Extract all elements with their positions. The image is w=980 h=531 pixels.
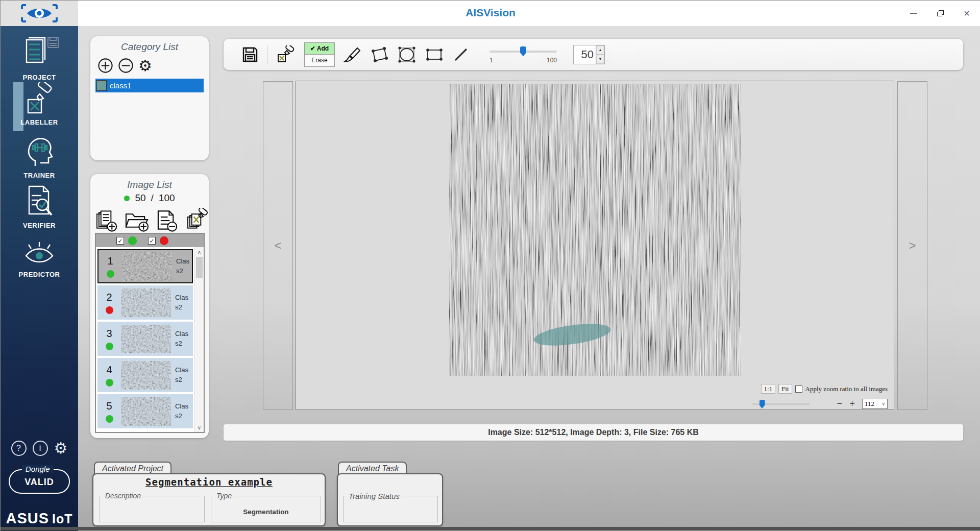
- rectangle-tool-button[interactable]: [425, 46, 444, 63]
- erase-mode-button[interactable]: Erase: [305, 55, 334, 66]
- sidebar-item-trainer[interactable]: TRAINER: [1, 132, 78, 179]
- polygon-tool-button[interactable]: [370, 46, 389, 63]
- image-index: 5: [106, 400, 112, 412]
- green-status-icon: [128, 236, 137, 245]
- slider-thumb[interactable]: [520, 46, 526, 57]
- spin-down-button[interactable]: ▼: [596, 55, 604, 64]
- image-list-item[interactable]: 1 Class2: [97, 249, 193, 283]
- training-status-field: Training Status: [343, 492, 438, 522]
- line-tool-button[interactable]: [452, 46, 470, 63]
- image-list-filter-header: ✓ ✓: [96, 234, 204, 247]
- image-list-body: 1 Class2 2 Class2: [96, 247, 194, 432]
- slider-min-label: 1: [489, 57, 493, 64]
- image-canvas[interactable]: 1:1 Fit Apply zoom ratio to all images −…: [296, 81, 894, 410]
- sidebar-item-project[interactable]: PROJECT: [1, 36, 78, 81]
- category-color-swatch: [96, 80, 107, 91]
- unlabeled-filter-checkbox[interactable]: ✓: [148, 237, 156, 245]
- category-row-class1[interactable]: class1: [95, 79, 204, 92]
- activated-task-panel: Training Status: [337, 473, 443, 526]
- image-class-label: Class2: [175, 366, 190, 385]
- activated-task-tab: Activated Task: [338, 462, 407, 474]
- brush-size-value[interactable]: 50: [574, 45, 596, 64]
- image-thumbnail: [121, 361, 171, 390]
- ellipse-tool-button[interactable]: [397, 46, 416, 63]
- sidebar-item-predictor[interactable]: PREDICTOR: [1, 236, 78, 278]
- sidebar-item-label: VERIFIER: [1, 222, 78, 229]
- zoom-fit-button[interactable]: Fit: [778, 384, 792, 394]
- zoom-1to1-button[interactable]: 1:1: [761, 384, 776, 394]
- apply-zoom-all-checkbox[interactable]: [795, 385, 802, 393]
- chevron-down-icon: ∨: [198, 425, 201, 430]
- label-eraser-icon: [276, 45, 296, 64]
- remove-image-button[interactable]: [156, 210, 179, 232]
- sidebar-item-label: PROJECT: [1, 74, 78, 81]
- save-button[interactable]: [241, 46, 259, 63]
- scrollbar-thumb[interactable]: [196, 257, 203, 278]
- image-list-scrollbar[interactable]: ∧ ∨: [194, 247, 204, 432]
- minimize-button[interactable]: [907, 8, 920, 19]
- info-button[interactable]: i: [33, 441, 48, 456]
- zoom-slider-thumb[interactable]: [760, 400, 765, 408]
- image-thumbnail: [122, 252, 172, 281]
- category-list-title: Category List: [90, 36, 209, 53]
- category-list-panel: Category List ⚙ class1: [90, 36, 209, 160]
- image-index: 1: [107, 255, 113, 267]
- clear-annotations-button[interactable]: [185, 208, 209, 232]
- sidebar-utilities: ? i ⚙: [1, 441, 78, 456]
- activated-project-tab-label: Activated Project: [102, 464, 163, 473]
- restore-button[interactable]: [934, 8, 947, 19]
- brush-size-slider: 1 100: [489, 44, 557, 65]
- description-label: Description: [103, 492, 143, 500]
- chevron-up-icon: ∧: [198, 249, 201, 255]
- image-count: 50 / 100: [90, 192, 209, 204]
- spin-up-button[interactable]: ▲: [596, 45, 604, 55]
- add-images-button[interactable]: [95, 210, 118, 232]
- settings-button[interactable]: ⚙: [54, 441, 68, 456]
- brand-iot: IoT: [52, 512, 73, 526]
- window-controls: ×: [907, 8, 973, 19]
- previous-image-button[interactable]: <: [263, 81, 293, 410]
- labeled-count-dot: [124, 196, 130, 201]
- titlebar: AISVision ×: [1, 1, 980, 26]
- label-eraser-button[interactable]: [276, 45, 296, 64]
- add-mode-button[interactable]: ✔ Add: [305, 43, 334, 55]
- sidebar-item-labeller[interactable]: LABELLER: [1, 82, 78, 126]
- dongle-status: VALID: [10, 477, 69, 488]
- predictor-icon: [22, 236, 57, 267]
- status-dot-icon: [106, 415, 113, 423]
- image-list-item[interactable]: 4 Class2: [97, 358, 193, 392]
- category-settings-button[interactable]: ⚙: [138, 58, 152, 74]
- help-button[interactable]: ?: [11, 441, 27, 456]
- zoom-ratio-select[interactable]: 112 ∨: [862, 399, 888, 409]
- zoom-in-button[interactable]: +: [849, 398, 855, 409]
- main-area: Category List ⚙ class1 Image List: [78, 26, 980, 531]
- main-image[interactable]: [449, 84, 741, 376]
- labeled-count: 50: [135, 192, 145, 204]
- toolbar-separator: [478, 45, 478, 64]
- image-class-label: Class2: [175, 402, 190, 421]
- labeled-filter-checkbox[interactable]: ✓: [116, 237, 124, 245]
- close-button[interactable]: ×: [960, 8, 973, 19]
- brush-size-spinner: 50 ▲ ▼: [573, 45, 605, 64]
- brush-icon: [343, 46, 361, 63]
- ellipse-icon: [397, 46, 416, 63]
- image-list-item[interactable]: 5 Class2: [97, 394, 193, 428]
- remove-category-button[interactable]: [118, 58, 134, 74]
- image-list-item[interactable]: 2 Class2: [97, 285, 193, 320]
- project-type-value: Segmentation: [211, 508, 321, 516]
- sidebar-item-verifier[interactable]: VERIFIER: [1, 184, 78, 229]
- add-category-button[interactable]: [97, 58, 113, 74]
- image-list-item[interactable]: 3 Class2: [97, 322, 193, 356]
- add-mode-label: Add: [317, 45, 329, 52]
- scroll-up-button[interactable]: ∧: [195, 247, 204, 256]
- add-folder-button[interactable]: [125, 210, 150, 232]
- brush-tool-button[interactable]: [343, 46, 361, 63]
- zoom-out-button[interactable]: −: [837, 398, 843, 409]
- window-bottom-edge: [1, 527, 980, 530]
- scroll-down-button[interactable]: ∨: [195, 423, 204, 432]
- next-image-button[interactable]: >: [897, 81, 927, 410]
- project-name: Segmentation example: [93, 476, 325, 488]
- toolbar-separator: [233, 45, 233, 64]
- info-icon: i: [39, 444, 41, 453]
- image-class-label: Class2: [175, 329, 190, 349]
